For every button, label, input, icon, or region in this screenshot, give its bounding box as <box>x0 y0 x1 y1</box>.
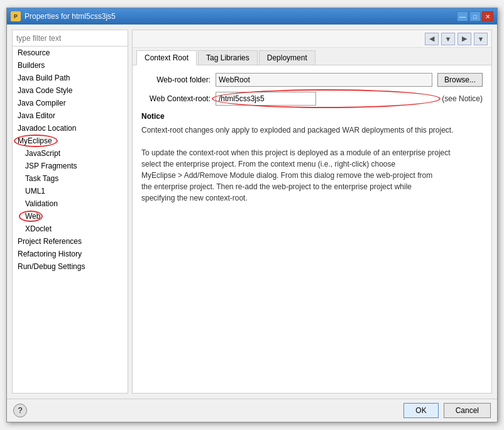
sidebar-item-builders[interactable]: Builders <box>13 59 128 72</box>
dropdown2-icon: ▼ <box>478 35 485 43</box>
browse-button[interactable]: Browse... <box>437 73 483 87</box>
notice-title: Notice <box>141 112 483 121</box>
sidebar-item-uml1[interactable]: UML1 <box>13 185 128 197</box>
sidebar: Resource Builders Java Build Path Java C… <box>12 30 128 394</box>
sidebar-item-web[interactable]: Web <box>13 210 128 223</box>
back-icon: ◀ <box>429 35 434 43</box>
sidebar-item-validation[interactable]: Validation <box>13 197 128 210</box>
forward-icon: ▶ <box>462 35 467 43</box>
back-button[interactable]: ◀ <box>425 33 439 45</box>
sidebar-item-project-references[interactable]: Project References <box>13 235 128 248</box>
panel-content: Web-root folder: Browse... Web Context-r… <box>133 65 491 393</box>
context-root-row: Web Context-root: (see Notice) <box>141 92 483 106</box>
sidebar-item-jsp-fragments[interactable]: JSP Fragments <box>13 160 128 172</box>
dropdown2-button[interactable]: ▼ <box>474 33 488 45</box>
see-notice-text: (see Notice) <box>442 94 483 103</box>
window-title: Properties for html5css3js5 <box>25 12 116 21</box>
sidebar-item-java-code-style[interactable]: Java Code Style <box>13 84 128 97</box>
tab-context-root[interactable]: Context Root <box>136 50 197 65</box>
properties-window: P Properties for html5css3js5 — □ ✕ Reso… <box>6 8 498 422</box>
maximize-button[interactable]: □ <box>469 11 481 21</box>
sidebar-item-resource[interactable]: Resource <box>13 47 128 59</box>
context-root-input-wrap <box>216 92 437 106</box>
tab-deployment[interactable]: Deployment <box>259 50 315 65</box>
context-root-label: Web Context-root: <box>141 94 211 103</box>
context-root-input[interactable] <box>216 92 316 106</box>
help-button[interactable]: ? <box>13 404 27 417</box>
sidebar-item-java-compiler[interactable]: Java Compiler <box>13 97 128 109</box>
webroot-row: Web-root folder: Browse... <box>141 73 483 87</box>
sidebar-item-task-tags[interactable]: Task Tags <box>13 172 128 185</box>
webroot-label: Web-root folder: <box>141 75 211 84</box>
close-button[interactable]: ✕ <box>482 11 493 21</box>
main-content: Resource Builders Java Build Path Java C… <box>7 25 497 399</box>
titlebar: P Properties for html5css3js5 — □ ✕ <box>7 8 497 25</box>
sidebar-item-xdoclet[interactable]: XDoclet <box>13 223 128 235</box>
ok-button[interactable]: OK <box>403 403 438 418</box>
dropdown-button[interactable]: ▼ <box>441 33 455 45</box>
sidebar-item-javadoc-location[interactable]: Javadoc Location <box>13 122 128 135</box>
footer-buttons: OK Cancel <box>403 403 491 418</box>
sidebar-item-myeclipse[interactable]: MyEclipse <box>13 135 128 147</box>
sidebar-item-run-debug-settings[interactable]: Run/Debug Settings <box>13 260 128 273</box>
sidebar-item-java-editor[interactable]: Java Editor <box>13 109 128 122</box>
sidebar-item-java-build-path[interactable]: Java Build Path <box>13 72 128 84</box>
window-icon: P <box>11 11 21 21</box>
help-icon: ? <box>18 406 23 415</box>
nav-list: Resource Builders Java Build Path Java C… <box>13 47 128 393</box>
webroot-input[interactable] <box>216 73 432 87</box>
titlebar-left: P Properties for html5css3js5 <box>11 11 116 21</box>
cancel-button[interactable]: Cancel <box>444 403 491 418</box>
sidebar-item-refactoring-history[interactable]: Refactoring History <box>13 248 128 260</box>
notice-section: Notice Context-root changes only apply t… <box>141 112 483 204</box>
toolbar: ◀ ▼ ▶ ▼ <box>133 30 491 48</box>
filter-input[interactable] <box>13 30 128 47</box>
forward-button[interactable]: ▶ <box>457 33 471 45</box>
notice-text: Context-root changes only apply to explo… <box>141 124 483 204</box>
tab-bar: Context Root Tag Libraries Deployment <box>133 48 491 65</box>
footer: ? OK Cancel <box>7 399 497 422</box>
dropdown-icon: ▼ <box>445 35 452 43</box>
titlebar-controls: — □ ✕ <box>457 11 493 21</box>
minimize-button[interactable]: — <box>457 11 468 21</box>
right-panel: ◀ ▼ ▶ ▼ Context Root Tag Libraries Deplo… <box>132 30 492 394</box>
sidebar-item-javascript[interactable]: JavaScript <box>13 147 128 160</box>
tab-tag-libraries[interactable]: Tag Libraries <box>198 50 258 65</box>
